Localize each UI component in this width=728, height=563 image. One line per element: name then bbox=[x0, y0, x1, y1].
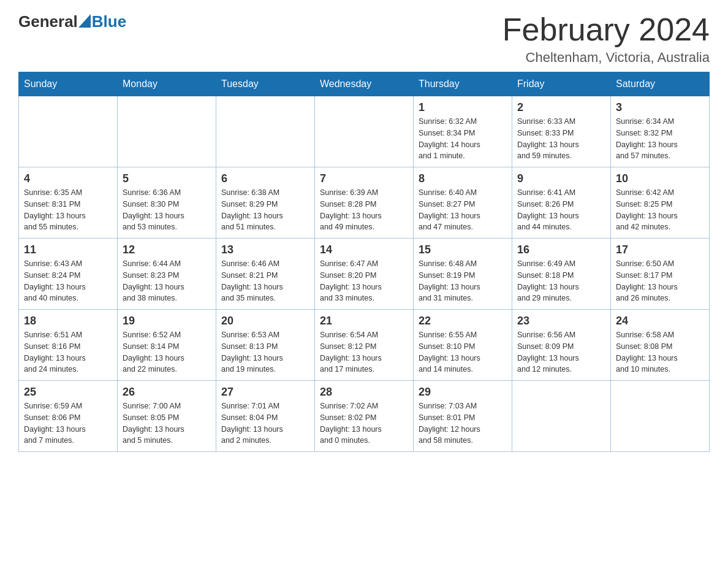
weekday-header-wednesday: Wednesday bbox=[315, 72, 414, 96]
logo: General Blue bbox=[18, 12, 126, 31]
day-number: 17 bbox=[616, 243, 704, 256]
weekday-header-friday: Friday bbox=[512, 72, 611, 96]
day-info: Sunrise: 7:00 AM Sunset: 8:05 PM Dayligh… bbox=[123, 400, 211, 446]
day-info: Sunrise: 6:32 AM Sunset: 8:34 PM Dayligh… bbox=[419, 116, 507, 162]
weekday-header-tuesday: Tuesday bbox=[216, 72, 315, 96]
day-info: Sunrise: 6:59 AM Sunset: 8:06 PM Dayligh… bbox=[24, 400, 112, 446]
day-number: 5 bbox=[123, 172, 211, 185]
calendar-week-2: 4Sunrise: 6:35 AM Sunset: 8:31 PM Daylig… bbox=[19, 167, 710, 239]
calendar-cell: 2Sunrise: 6:33 AM Sunset: 8:33 PM Daylig… bbox=[512, 96, 611, 167]
calendar-cell: 22Sunrise: 6:55 AM Sunset: 8:10 PM Dayli… bbox=[414, 310, 512, 381]
calendar-cell: 24Sunrise: 6:58 AM Sunset: 8:08 PM Dayli… bbox=[611, 310, 710, 381]
day-info: Sunrise: 6:52 AM Sunset: 8:14 PM Dayligh… bbox=[123, 329, 211, 375]
day-number: 29 bbox=[419, 386, 507, 399]
day-number: 11 bbox=[24, 243, 112, 256]
calendar-cell: 8Sunrise: 6:40 AM Sunset: 8:27 PM Daylig… bbox=[414, 167, 512, 239]
calendar-week-1: 1Sunrise: 6:32 AM Sunset: 8:34 PM Daylig… bbox=[19, 96, 710, 167]
calendar-cell: 9Sunrise: 6:41 AM Sunset: 8:26 PM Daylig… bbox=[512, 167, 611, 239]
day-number: 7 bbox=[320, 172, 408, 185]
day-number: 16 bbox=[517, 243, 605, 256]
logo-text: General Blue bbox=[18, 12, 126, 31]
day-info: Sunrise: 7:02 AM Sunset: 8:02 PM Dayligh… bbox=[320, 400, 408, 446]
day-info: Sunrise: 7:03 AM Sunset: 8:01 PM Dayligh… bbox=[419, 400, 507, 446]
day-number: 1 bbox=[419, 101, 507, 114]
location-title: Cheltenham, Victoria, Australia bbox=[502, 50, 710, 66]
calendar-cell: 14Sunrise: 6:47 AM Sunset: 8:20 PM Dayli… bbox=[315, 239, 414, 310]
calendar-table: SundayMondayTuesdayWednesdayThursdayFrid… bbox=[18, 72, 710, 452]
day-info: Sunrise: 6:58 AM Sunset: 8:08 PM Dayligh… bbox=[616, 329, 704, 375]
day-number: 12 bbox=[123, 243, 211, 256]
logo-blue-part: Blue bbox=[78, 12, 126, 31]
day-number: 18 bbox=[24, 315, 112, 327]
day-number: 24 bbox=[616, 315, 704, 327]
calendar-body: 1Sunrise: 6:32 AM Sunset: 8:34 PM Daylig… bbox=[19, 96, 710, 452]
calendar-cell: 13Sunrise: 6:46 AM Sunset: 8:21 PM Dayli… bbox=[216, 239, 315, 310]
calendar-cell: 11Sunrise: 6:43 AM Sunset: 8:24 PM Dayli… bbox=[19, 239, 118, 310]
day-info: Sunrise: 6:49 AM Sunset: 8:18 PM Dayligh… bbox=[517, 258, 605, 304]
calendar-cell: 7Sunrise: 6:39 AM Sunset: 8:28 PM Daylig… bbox=[315, 167, 414, 239]
day-number: 15 bbox=[419, 243, 507, 256]
day-number: 2 bbox=[517, 101, 605, 114]
calendar-cell: 28Sunrise: 7:02 AM Sunset: 8:02 PM Dayli… bbox=[315, 381, 414, 452]
calendar-cell: 10Sunrise: 6:42 AM Sunset: 8:25 PM Dayli… bbox=[611, 167, 710, 239]
day-info: Sunrise: 6:46 AM Sunset: 8:21 PM Dayligh… bbox=[221, 258, 309, 304]
page-header: General Blue February 2024 Cheltenham, V… bbox=[18, 12, 710, 66]
day-info: Sunrise: 7:01 AM Sunset: 8:04 PM Dayligh… bbox=[221, 400, 309, 446]
day-info: Sunrise: 6:55 AM Sunset: 8:10 PM Dayligh… bbox=[419, 329, 507, 375]
day-number: 6 bbox=[221, 172, 309, 185]
day-number: 28 bbox=[320, 386, 408, 399]
calendar-cell bbox=[512, 381, 611, 452]
day-number: 8 bbox=[419, 172, 507, 185]
calendar-cell: 26Sunrise: 7:00 AM Sunset: 8:05 PM Dayli… bbox=[118, 381, 216, 452]
month-title: February 2024 bbox=[502, 12, 710, 47]
logo-blue-text: Blue bbox=[92, 12, 126, 31]
calendar-cell: 3Sunrise: 6:34 AM Sunset: 8:32 PM Daylig… bbox=[611, 96, 710, 167]
day-info: Sunrise: 6:34 AM Sunset: 8:32 PM Dayligh… bbox=[616, 116, 704, 162]
day-number: 23 bbox=[517, 315, 605, 327]
day-info: Sunrise: 6:51 AM Sunset: 8:16 PM Dayligh… bbox=[24, 329, 112, 375]
logo-arrow-icon bbox=[78, 14, 91, 28]
calendar-cell bbox=[611, 381, 710, 452]
day-number: 25 bbox=[24, 386, 112, 399]
day-number: 19 bbox=[123, 315, 211, 327]
calendar-cell bbox=[118, 96, 216, 167]
calendar-header: SundayMondayTuesdayWednesdayThursdayFrid… bbox=[19, 72, 710, 96]
day-number: 4 bbox=[24, 172, 112, 185]
weekday-header-thursday: Thursday bbox=[414, 72, 512, 96]
logo-general-text: General bbox=[18, 12, 78, 31]
day-number: 27 bbox=[221, 386, 309, 399]
day-info: Sunrise: 6:44 AM Sunset: 8:23 PM Dayligh… bbox=[123, 258, 211, 304]
calendar-cell: 27Sunrise: 7:01 AM Sunset: 8:04 PM Dayli… bbox=[216, 381, 315, 452]
calendar-cell bbox=[19, 96, 118, 167]
calendar-cell: 21Sunrise: 6:54 AM Sunset: 8:12 PM Dayli… bbox=[315, 310, 414, 381]
day-number: 20 bbox=[221, 315, 309, 327]
title-section: February 2024 Cheltenham, Victoria, Aust… bbox=[502, 12, 710, 66]
calendar-cell: 5Sunrise: 6:36 AM Sunset: 8:30 PM Daylig… bbox=[118, 167, 216, 239]
weekday-header-sunday: Sunday bbox=[19, 72, 118, 96]
calendar-cell bbox=[216, 96, 315, 167]
day-number: 3 bbox=[616, 101, 704, 114]
day-info: Sunrise: 6:54 AM Sunset: 8:12 PM Dayligh… bbox=[320, 329, 408, 375]
calendar-cell: 12Sunrise: 6:44 AM Sunset: 8:23 PM Dayli… bbox=[118, 239, 216, 310]
day-number: 10 bbox=[616, 172, 704, 185]
day-number: 26 bbox=[123, 386, 211, 399]
day-number: 21 bbox=[320, 315, 408, 327]
day-info: Sunrise: 6:48 AM Sunset: 8:19 PM Dayligh… bbox=[419, 258, 507, 304]
calendar-cell bbox=[315, 96, 414, 167]
calendar-cell: 15Sunrise: 6:48 AM Sunset: 8:19 PM Dayli… bbox=[414, 239, 512, 310]
calendar-cell: 4Sunrise: 6:35 AM Sunset: 8:31 PM Daylig… bbox=[19, 167, 118, 239]
day-number: 22 bbox=[419, 315, 507, 327]
day-info: Sunrise: 6:35 AM Sunset: 8:31 PM Dayligh… bbox=[24, 187, 112, 233]
day-info: Sunrise: 6:36 AM Sunset: 8:30 PM Dayligh… bbox=[123, 187, 211, 233]
day-info: Sunrise: 6:42 AM Sunset: 8:25 PM Dayligh… bbox=[616, 187, 704, 233]
calendar-cell: 6Sunrise: 6:38 AM Sunset: 8:29 PM Daylig… bbox=[216, 167, 315, 239]
day-info: Sunrise: 6:53 AM Sunset: 8:13 PM Dayligh… bbox=[221, 329, 309, 375]
day-number: 13 bbox=[221, 243, 309, 256]
calendar-cell: 1Sunrise: 6:32 AM Sunset: 8:34 PM Daylig… bbox=[414, 96, 512, 167]
day-info: Sunrise: 6:38 AM Sunset: 8:29 PM Dayligh… bbox=[221, 187, 309, 233]
calendar-week-3: 11Sunrise: 6:43 AM Sunset: 8:24 PM Dayli… bbox=[19, 239, 710, 310]
calendar-cell: 18Sunrise: 6:51 AM Sunset: 8:16 PM Dayli… bbox=[19, 310, 118, 381]
day-info: Sunrise: 6:40 AM Sunset: 8:27 PM Dayligh… bbox=[419, 187, 507, 233]
day-info: Sunrise: 6:56 AM Sunset: 8:09 PM Dayligh… bbox=[517, 329, 605, 375]
calendar-cell: 16Sunrise: 6:49 AM Sunset: 8:18 PM Dayli… bbox=[512, 239, 611, 310]
